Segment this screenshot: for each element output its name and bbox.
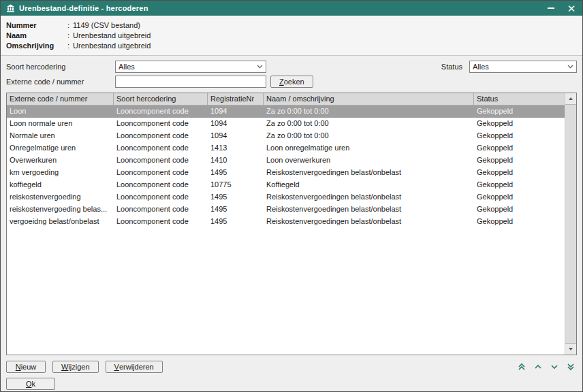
table-cell: Za zo 0:00 tot 0:00 bbox=[264, 118, 474, 130]
info-separator: : bbox=[67, 41, 69, 51]
nieuw-button[interactable]: Nieuw bbox=[6, 361, 46, 373]
status-dropdown[interactable]: Alles bbox=[469, 61, 577, 73]
triangle-down-icon bbox=[569, 348, 573, 350]
table-cell: 1094 bbox=[208, 130, 264, 142]
table-cell: Loon normale uren bbox=[7, 118, 114, 130]
table-cell: 1495 bbox=[208, 216, 264, 228]
table-cell: Onregelmatige uren bbox=[7, 142, 114, 154]
minimize-button[interactable] bbox=[546, 3, 556, 14]
table-cell: Gekoppeld bbox=[474, 105, 565, 118]
dialog-window: Urenbestand-definitie - hercoderen ✕ Num… bbox=[0, 0, 583, 392]
column-header-externe-code[interactable]: Externe code / nummer bbox=[7, 93, 114, 105]
table-cell: Gekoppeld bbox=[474, 167, 565, 179]
table-cell: Gekoppeld bbox=[474, 154, 565, 167]
info-separator: : bbox=[67, 20, 69, 31]
dropdown-value: Alles bbox=[473, 63, 567, 71]
table-cell: Gekoppeld bbox=[474, 142, 565, 154]
table-cell: Gekoppeld bbox=[474, 179, 565, 191]
filter-area: Soort hercodering Alles Status Alles Ext… bbox=[1, 56, 582, 91]
table-cell: km vergoeding bbox=[7, 167, 114, 179]
table-cell: reiskostenvergoeding bbox=[7, 191, 114, 203]
table-cell: Gekoppeld bbox=[474, 191, 565, 203]
column-header-soort-hercodering[interactable]: Soort hercodering bbox=[114, 93, 208, 105]
chevron-down-icon bbox=[257, 65, 263, 69]
table-cell: 1495 bbox=[208, 167, 264, 179]
column-header-naam-omschrijving[interactable]: Naam / omschrijving bbox=[264, 93, 474, 105]
info-separator: : bbox=[67, 31, 69, 41]
table-cell: Looncomponent code bbox=[114, 142, 208, 154]
table-cell: 1410 bbox=[208, 154, 264, 167]
table-body: LoonLooncomponent code1094Za zo 0:00 tot… bbox=[7, 105, 565, 355]
table-row[interactable]: LoonLooncomponent code1094Za zo 0:00 tot… bbox=[7, 105, 565, 118]
info-row-naam: Naam : Urenbestand uitgebreid bbox=[6, 31, 577, 41]
table-header: Externe code / nummer Soort hercodering … bbox=[7, 93, 565, 105]
table-cell: 10775 bbox=[208, 179, 264, 191]
close-icon: ✕ bbox=[567, 3, 576, 14]
table-row[interactable]: reiskostenvergoedingLooncomponent code14… bbox=[7, 191, 565, 203]
status-label: Status bbox=[441, 63, 462, 71]
table-cell: Looncomponent code bbox=[114, 191, 208, 203]
soort-hercodering-label: Soort hercodering bbox=[6, 63, 115, 71]
table-cell: Reiskostenvergoedingen belast/onbelast bbox=[264, 203, 474, 216]
table-cell: Loon overwerkuren bbox=[264, 154, 474, 167]
previous-record-button[interactable] bbox=[533, 362, 543, 372]
dropdown-value: Alles bbox=[119, 63, 257, 71]
table-cell: vergoeidng belast/onbelast bbox=[7, 216, 114, 228]
table-cell: Looncomponent code bbox=[114, 203, 208, 216]
column-header-registratienr[interactable]: RegistratieNr bbox=[208, 93, 264, 105]
scroll-up-button[interactable] bbox=[565, 93, 576, 104]
title-bar[interactable]: Urenbestand-definitie - hercoderen ✕ bbox=[1, 1, 582, 16]
table-cell: 1094 bbox=[208, 118, 264, 130]
wijzigen-button[interactable]: Wijzigen bbox=[52, 361, 99, 373]
table-cell: Za zo 0:00 tot 0:00 bbox=[264, 130, 474, 142]
table-row[interactable]: vergoeidng belast/onbelastLooncomponent … bbox=[7, 216, 565, 228]
close-button[interactable]: ✕ bbox=[566, 3, 577, 14]
chevron-up-icon bbox=[534, 363, 542, 371]
dialog-confirm-row: Ok bbox=[6, 378, 577, 390]
table-cell: Normale uren bbox=[7, 130, 114, 142]
table-row[interactable]: koffiegeldLooncomponent code10775Koffieg… bbox=[7, 179, 565, 191]
table-row[interactable]: Loon normale urenLooncomponent code1094Z… bbox=[7, 118, 565, 130]
table-cell: 1495 bbox=[208, 203, 264, 216]
table-row[interactable]: Onregelmatige urenLooncomponent code1413… bbox=[7, 142, 565, 154]
ok-button[interactable]: Ok bbox=[6, 378, 55, 390]
info-label: Nummer bbox=[6, 20, 67, 31]
vertical-scrollbar[interactable] bbox=[565, 93, 576, 355]
table-cell: Reiskostenvergoedingen belast/onbelast bbox=[264, 216, 474, 228]
table-row[interactable]: Normale urenLooncomponent code1094Za zo … bbox=[7, 130, 565, 142]
table-row[interactable]: reiskostenvergoeding belas...Looncompone… bbox=[7, 203, 565, 216]
scroll-down-button[interactable] bbox=[565, 344, 576, 355]
minimize-icon bbox=[548, 7, 554, 9]
table-row[interactable]: km vergoedingLooncomponent code1495Reisk… bbox=[7, 167, 565, 179]
chevron-down-icon bbox=[567, 65, 573, 69]
column-header-status[interactable]: Status bbox=[474, 93, 565, 105]
table-cell: Gekoppeld bbox=[474, 118, 565, 130]
table-cell: reiskostenvergoeding belas... bbox=[7, 203, 114, 216]
next-record-button[interactable] bbox=[549, 362, 559, 372]
zoeken-button[interactable]: Zoeken bbox=[270, 76, 313, 88]
info-row-nummer: Nummer : 1149 (CSV bestand) bbox=[6, 20, 577, 31]
table-cell: Loon bbox=[7, 105, 114, 118]
table-cell: 1413 bbox=[208, 142, 264, 154]
info-row-omschrijving: Omschrijving : Urenbestand uitgebreid bbox=[6, 41, 577, 51]
table-cell: Looncomponent code bbox=[114, 105, 208, 118]
verwijderen-button[interactable]: Verwijderen bbox=[106, 361, 163, 373]
externe-code-input[interactable] bbox=[115, 76, 266, 88]
last-record-button[interactable] bbox=[565, 362, 576, 372]
info-value: Urenbestand uitgebreid bbox=[73, 31, 151, 41]
table-cell: Looncomponent code bbox=[114, 179, 208, 191]
scrollbar-thumb[interactable] bbox=[565, 104, 576, 344]
table-cell: Looncomponent code bbox=[114, 154, 208, 167]
table-cell: Za zo 0:00 tot 0:00 bbox=[264, 105, 474, 118]
soort-hercodering-dropdown[interactable]: Alles bbox=[115, 61, 266, 73]
table-row[interactable]: OverwerkurenLooncomponent code1410Loon o… bbox=[7, 154, 565, 167]
record-navigation bbox=[516, 362, 576, 372]
table-cell: Overwerkuren bbox=[7, 154, 114, 167]
info-label: Naam bbox=[6, 31, 67, 41]
first-record-button[interactable] bbox=[516, 362, 526, 372]
chevron-double-down-icon bbox=[567, 363, 575, 371]
footer-actions: Nieuw Wijzigen Verwijderen bbox=[6, 360, 577, 374]
table-cell: Gekoppeld bbox=[474, 203, 565, 216]
triangle-up-icon bbox=[569, 97, 573, 100]
window-title: Urenbestand-definitie - hercoderen bbox=[19, 4, 148, 12]
